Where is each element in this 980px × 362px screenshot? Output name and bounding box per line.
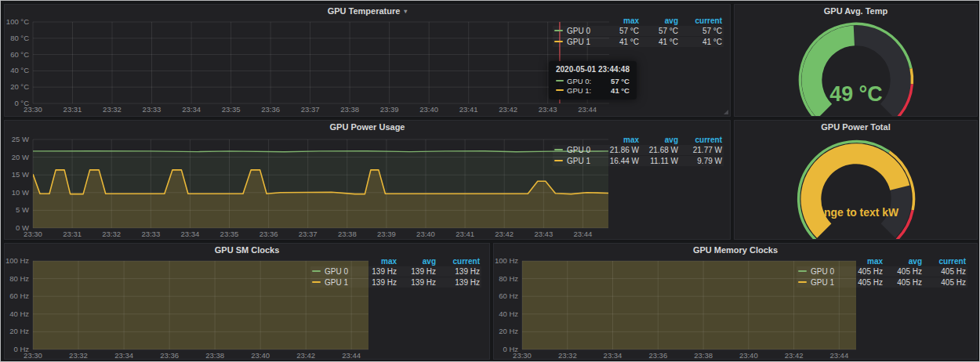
legend-series-label[interactable]: GPU 1 xyxy=(797,277,842,288)
svg-text:23:32: 23:32 xyxy=(69,351,88,360)
svg-text:5 W: 5 W xyxy=(16,205,29,214)
panel-title-gpu-sm-clocks[interactable]: GPU SM Clocks xyxy=(5,244,489,256)
svg-text:40 Hz: 40 Hz xyxy=(499,310,518,318)
legend-series-label[interactable]: GPU 0 xyxy=(310,266,356,277)
legend-row[interactable]: GPU 1139 Hz139 Hz139 Hz xyxy=(310,277,481,288)
panel-title-gpu-memory-clocks[interactable]: GPU Memory Clocks xyxy=(494,244,977,256)
temperature-chart[interactable]: 0 °C20 °C40 °C60 °C80 °C100 °C23:3023:31… xyxy=(5,17,610,116)
avg-temp-gauge: 49 °C xyxy=(735,17,977,116)
legend-value: 11.11 W xyxy=(641,156,680,166)
panel-title-text: GPU Temperature xyxy=(328,6,401,16)
svg-text:23:44: 23:44 xyxy=(342,351,361,360)
panel-gpu-avg-temp: GPU Avg. Temp 49 °C xyxy=(734,4,978,117)
series-color-swatch-icon xyxy=(554,160,563,161)
legend-row[interactable]: GPU 116.44 W11.11 W9.79 W xyxy=(553,156,724,166)
power-total-gauge: range to text kW xyxy=(735,133,977,239)
legend-series-label[interactable]: GPU 0 xyxy=(553,26,598,36)
legend-value: 405 Hz xyxy=(924,266,967,277)
svg-text:23:30: 23:30 xyxy=(24,105,42,114)
svg-text:23:32: 23:32 xyxy=(558,351,577,360)
series-color-swatch-icon xyxy=(554,30,563,31)
svg-text:23:41: 23:41 xyxy=(456,230,474,238)
svg-text:60 Hz: 60 Hz xyxy=(9,291,29,300)
svg-text:23:40: 23:40 xyxy=(419,105,438,114)
legend-series-label[interactable]: GPU 0 xyxy=(797,266,842,277)
svg-text:23:41: 23:41 xyxy=(459,105,478,114)
panel-gpu-power-usage: GPU Power Usage 0 W5 W10 W15 W20 W25 W23… xyxy=(4,120,731,240)
legend-value: 41 °C xyxy=(680,37,724,47)
panel-gpu-sm-clocks: GPU SM Clocks 0 Hz20 Hz40 Hz60 Hz80 Hz10… xyxy=(4,243,490,360)
svg-text:23:36: 23:36 xyxy=(261,105,280,114)
panel-resize-handle[interactable] xyxy=(724,110,728,114)
chevron-down-icon: ▾ xyxy=(404,5,407,18)
svg-text:10 W: 10 W xyxy=(12,188,29,197)
legend-series-label[interactable]: GPU 1 xyxy=(553,37,598,47)
series-color-swatch-icon xyxy=(556,80,564,81)
svg-text:23:36: 23:36 xyxy=(160,351,179,360)
legend-row[interactable]: GPU 141 °C41 °C41 °C xyxy=(553,37,724,47)
legend-row[interactable]: GPU 021.86 W21.68 W21.77 W xyxy=(553,145,724,155)
svg-text:23:37: 23:37 xyxy=(299,230,318,238)
legend-value: 139 Hz xyxy=(437,277,481,288)
svg-text:23:43: 23:43 xyxy=(539,105,557,114)
legend-value: 41 °C xyxy=(641,37,680,47)
svg-text:23:39: 23:39 xyxy=(377,230,396,238)
svg-text:23:40: 23:40 xyxy=(416,230,435,238)
svg-text:23:30: 23:30 xyxy=(24,351,42,360)
legend-header: maxavgcurrent xyxy=(553,135,724,145)
legend-value: 21.77 W xyxy=(680,145,724,155)
legend-row[interactable]: GPU 0405 Hz405 Hz405 Hz xyxy=(797,266,967,277)
svg-text:23:43: 23:43 xyxy=(534,230,553,238)
legend-row[interactable]: GPU 057 °C57 °C57 °C xyxy=(553,26,724,36)
tooltip-series-value: 57 °C xyxy=(603,77,630,85)
panel-title-text: GPU Avg. Temp xyxy=(824,6,888,16)
svg-text:23:42: 23:42 xyxy=(495,230,514,238)
svg-text:40 °C: 40 °C xyxy=(10,66,29,74)
legend-value: 57 °C xyxy=(598,26,641,36)
legend-value: 21.68 W xyxy=(641,145,680,155)
svg-text:100 Hz: 100 Hz xyxy=(495,256,518,265)
svg-text:23:38: 23:38 xyxy=(205,351,224,360)
svg-text:23:42: 23:42 xyxy=(499,105,517,114)
svg-text:60 °C: 60 °C xyxy=(10,50,29,59)
panel-gpu-temperature: GPU Temperature▾ 0 °C20 °C40 °C60 °C80 °… xyxy=(4,4,731,117)
svg-text:23:36: 23:36 xyxy=(648,351,667,360)
panel-title-gpu-power-total[interactable]: GPU Power Total xyxy=(735,121,977,133)
svg-text:23:39: 23:39 xyxy=(380,105,399,114)
svg-text:15 W: 15 W xyxy=(12,170,29,179)
series-color-swatch-icon xyxy=(798,270,807,272)
svg-text:23:38: 23:38 xyxy=(338,230,357,238)
tooltip-row: GPU 0:57 °C xyxy=(556,76,630,85)
svg-text:23:35: 23:35 xyxy=(220,230,239,238)
svg-text:23:34: 23:34 xyxy=(181,230,200,238)
svg-text:23:40: 23:40 xyxy=(251,351,270,360)
legend-value: 139 Hz xyxy=(437,266,481,277)
panel-gpu-power-total: GPU Power Total range to text kW xyxy=(734,120,978,240)
legend-value: 405 Hz xyxy=(884,277,924,288)
svg-text:23:31: 23:31 xyxy=(63,230,82,238)
legend-header: maxavgcurrent xyxy=(797,256,967,266)
svg-text:23:44: 23:44 xyxy=(829,351,848,360)
svg-text:100 °C: 100 °C xyxy=(6,17,29,26)
panel-title-gpu-avg-temp[interactable]: GPU Avg. Temp xyxy=(735,5,977,17)
svg-text:23:40: 23:40 xyxy=(739,351,758,360)
svg-text:23:32: 23:32 xyxy=(102,230,121,238)
panel-title-text: GPU SM Clocks xyxy=(215,245,280,255)
panel-title-gpu-power-usage[interactable]: GPU Power Usage xyxy=(5,121,730,133)
legend-row[interactable]: GPU 1405 Hz405 Hz405 Hz xyxy=(797,277,967,288)
tooltip-series-name: GPU 0: xyxy=(567,77,591,85)
power-usage-chart[interactable]: 0 W5 W10 W15 W20 W25 W23:3023:3123:3223:… xyxy=(5,133,610,241)
svg-text:23:34: 23:34 xyxy=(182,105,201,114)
legend-series-label[interactable]: GPU 1 xyxy=(553,156,598,166)
svg-text:23:36: 23:36 xyxy=(260,230,278,238)
svg-text:100 Hz: 100 Hz xyxy=(5,256,29,265)
svg-text:23:37: 23:37 xyxy=(301,105,320,114)
legend-value: 9.79 W xyxy=(680,156,724,166)
legend-series-label[interactable]: GPU 1 xyxy=(310,277,356,288)
svg-text:23:38: 23:38 xyxy=(694,351,713,360)
legend-value: 57 °C xyxy=(641,26,680,36)
legend-header: maxavgcurrent xyxy=(553,16,724,26)
legend-row[interactable]: GPU 0139 Hz139 Hz139 Hz xyxy=(310,266,481,277)
legend-series-label[interactable]: GPU 0 xyxy=(553,145,598,155)
svg-text:60 Hz: 60 Hz xyxy=(499,291,518,300)
